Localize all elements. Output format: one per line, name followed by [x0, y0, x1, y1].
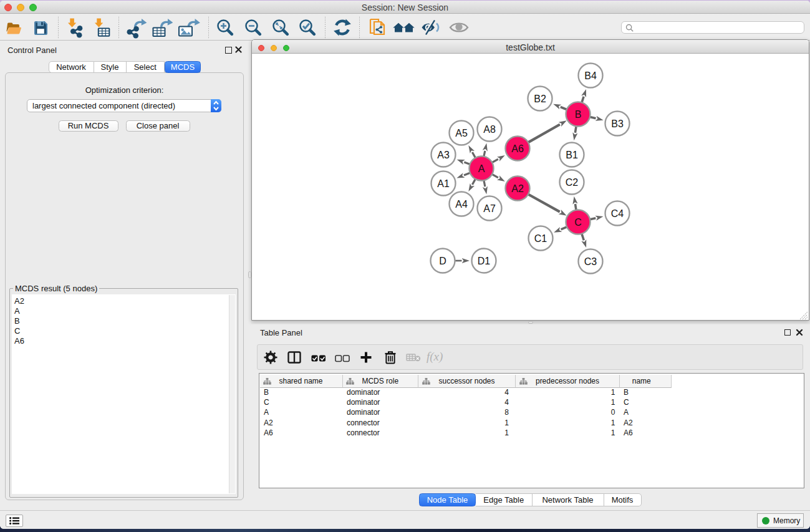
svg-text:A8: A8: [483, 124, 496, 135]
svg-text:A5: A5: [455, 128, 468, 138]
svg-text:C4: C4: [611, 208, 624, 219]
svg-text:A6: A6: [511, 143, 524, 154]
svg-text:C: C: [574, 217, 582, 228]
svg-text:A3: A3: [437, 150, 450, 160]
svg-text:B3: B3: [611, 118, 624, 129]
svg-text:C2: C2: [566, 177, 579, 188]
svg-text:B2: B2: [534, 94, 546, 104]
svg-text:A1: A1: [437, 178, 450, 189]
svg-text:A: A: [478, 163, 485, 174]
svg-text:C3: C3: [584, 256, 597, 267]
svg-text:A2: A2: [511, 183, 524, 194]
svg-text:B4: B4: [584, 70, 597, 81]
svg-text:C1: C1: [534, 233, 547, 244]
svg-text:B1: B1: [566, 150, 578, 160]
svg-text:B: B: [575, 109, 582, 120]
svg-text:A7: A7: [483, 203, 496, 214]
svg-text:A4: A4: [455, 199, 468, 210]
svg-text:D: D: [439, 256, 446, 266]
svg-text:D1: D1: [478, 256, 491, 266]
